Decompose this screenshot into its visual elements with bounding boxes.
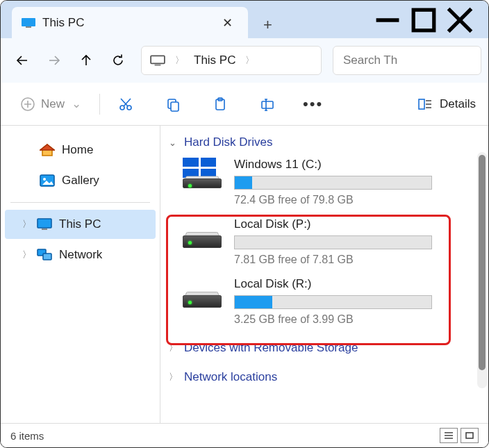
copy-button[interactable] (158, 92, 188, 116)
svg-rect-42 (466, 433, 473, 438)
sidebar-item-gallery[interactable]: Gallery (5, 166, 156, 195)
address-bar[interactable]: 〉 This PC 〉 (141, 46, 322, 75)
drive-info: Local Disk (P:) 7.81 GB free of 7.81 GB (234, 217, 480, 266)
svg-rect-10 (155, 65, 161, 66)
forward-button[interactable] (40, 46, 69, 75)
details-view-icon (417, 97, 433, 111)
thumbnails-view-button[interactable] (461, 428, 479, 443)
drive-name: Local Disk (P:) (234, 217, 459, 231)
svg-rect-3 (413, 10, 434, 31)
svg-marker-31 (40, 144, 54, 150)
home-icon (40, 144, 55, 156)
new-button[interactable]: New ⌄ (13, 92, 88, 116)
drive-info: Local Disk (R:) 3.25 GB free of 3.99 GB (234, 277, 480, 326)
maximize-button[interactable] (408, 9, 440, 31)
drive-item[interactable]: Local Disk (P:) 7.81 GB free of 7.81 GB (165, 212, 484, 272)
monitor-icon (37, 218, 52, 231)
details-label: Details (440, 97, 476, 111)
group-network-locations[interactable]: 〉 Network locations (165, 367, 484, 387)
sidebar-label: Network (59, 248, 102, 262)
sidebar-item-home[interactable]: Home (5, 135, 156, 165)
chevron-right-icon[interactable]: 〉 (175, 54, 184, 67)
drive-icon (183, 217, 222, 248)
navigation-pane: Home Gallery 〉 This PC 〉 Network (1, 126, 160, 445)
windows-logo-icon (183, 158, 216, 178)
svg-rect-9 (151, 56, 165, 63)
chevron-down-icon: ⌄ (72, 97, 81, 111)
refresh-button[interactable] (103, 46, 133, 75)
rename-button[interactable] (253, 92, 282, 116)
tab-title: This PC (42, 16, 217, 30)
tab-this-pc[interactable]: This PC ✕ (12, 7, 248, 38)
group-hard-disk-drives[interactable]: ⌄ Hard Disk Drives (165, 133, 484, 152)
group-label: Network locations (184, 370, 277, 384)
chevron-right-icon: 〉 (169, 342, 179, 354)
clipboard-icon (213, 97, 228, 112)
new-tab-button[interactable]: + (263, 16, 272, 34)
svg-rect-26 (419, 99, 424, 109)
drive-free-text: 7.81 GB free of 7.81 GB (234, 254, 459, 266)
chevron-down-icon: ⌄ (169, 138, 179, 148)
svg-rect-0 (22, 18, 35, 26)
monitor-icon (22, 18, 35, 28)
scrollbar-thumb[interactable] (479, 155, 486, 370)
group-label: Hard Disk Drives (184, 135, 273, 149)
drive-name: Windows 11 (C:) (234, 158, 459, 172)
copy-icon (165, 97, 181, 112)
drive-item[interactable]: Windows 11 (C:) 72.4 GB free of 79.8 GB (165, 152, 484, 212)
new-button-label: New (41, 97, 65, 111)
details-view-button[interactable] (440, 428, 458, 443)
navigation-bar: 〉 This PC 〉 Search Th (1, 38, 488, 83)
sidebar-label: Gallery (62, 174, 99, 188)
window-controls (372, 1, 488, 31)
rename-icon (260, 97, 275, 112)
paste-button[interactable] (206, 92, 235, 116)
breadcrumb-location[interactable]: This PC (194, 53, 235, 67)
drive-icon (183, 158, 222, 188)
content-pane: ⌄ Hard Disk Drives Windows 11 (C:) 72.4 … (160, 126, 488, 445)
drive-free-text: 72.4 GB free of 79.8 GB (234, 194, 459, 206)
group-removable-storage[interactable]: 〉 Devices with Removable Storage (165, 338, 484, 358)
drive-item[interactable]: Local Disk (R:) 3.25 GB free of 3.99 GB (165, 272, 484, 331)
toolbar: New ⌄ ••• Details (1, 83, 488, 126)
status-bar: 6 items (1, 423, 488, 447)
drive-name: Local Disk (R:) (234, 277, 459, 291)
body: Home Gallery 〉 This PC 〉 Network ⌄ Hard … (1, 126, 488, 445)
search-input[interactable]: Search Th (333, 46, 481, 75)
sidebar-item-network[interactable]: 〉 Network (5, 240, 156, 269)
chevron-right-icon[interactable]: 〉 (20, 218, 33, 231)
chevron-right-icon: 〉 (169, 371, 179, 383)
sidebar-label: This PC (59, 217, 101, 231)
svg-rect-19 (171, 102, 179, 111)
group-label: Devices with Removable Storage (184, 341, 358, 355)
drive-usage-bar (234, 176, 432, 190)
search-placeholder: Search Th (343, 53, 397, 67)
drive-usage-bar (234, 295, 432, 309)
plus-circle-icon (20, 97, 35, 112)
titlebar: This PC ✕ + (1, 1, 488, 38)
monitor-icon (150, 55, 165, 66)
cut-button[interactable] (111, 92, 140, 116)
vertical-scrollbar[interactable] (477, 152, 487, 388)
svg-point-33 (43, 178, 46, 181)
scissors-icon (118, 97, 133, 112)
svg-rect-1 (26, 26, 31, 28)
view-details-button[interactable]: Details (417, 97, 476, 111)
more-button[interactable]: ••• (295, 91, 331, 117)
chevron-right-icon[interactable]: 〉 (245, 54, 254, 67)
drive-free-text: 3.25 GB free of 3.99 GB (234, 313, 459, 326)
svg-rect-38 (43, 254, 51, 260)
sidebar-label: Home (62, 143, 93, 157)
sidebar-item-this-pc[interactable]: 〉 This PC (5, 210, 156, 239)
back-button[interactable] (8, 46, 37, 75)
close-window-button[interactable] (444, 9, 476, 31)
sidebar-divider (10, 202, 150, 203)
view-switcher (440, 428, 479, 443)
svg-rect-35 (38, 219, 51, 228)
toolbar-separator (99, 94, 100, 115)
minimize-button[interactable] (372, 9, 404, 31)
chevron-right-icon[interactable]: 〉 (20, 249, 33, 261)
gallery-icon (40, 174, 55, 187)
close-tab-icon[interactable]: ✕ (217, 13, 238, 33)
up-button[interactable] (72, 46, 101, 75)
